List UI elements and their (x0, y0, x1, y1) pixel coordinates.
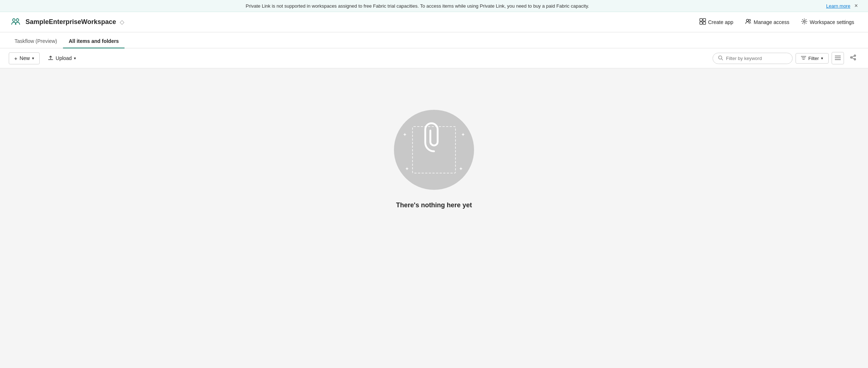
manage-access-button[interactable]: Manage access (740, 16, 794, 28)
filter-lines-icon (801, 56, 806, 61)
create-app-icon (699, 18, 706, 26)
banner-close-button[interactable]: × (853, 3, 859, 9)
premium-diamond-icon: ◇ (120, 19, 124, 25)
upload-button[interactable]: Upload ▾ (43, 52, 81, 64)
new-plus-icon: + (14, 55, 17, 61)
sparkle-icon-3: ✦ (405, 166, 409, 172)
sparkle-icon-4: ✦ (459, 166, 463, 172)
header: SampleEnterpriseWorkspace ◇ Create app (0, 12, 868, 32)
svg-point-18 (854, 59, 856, 60)
empty-illustration: ✦ ✦ ✦ ✦ (394, 110, 474, 190)
manage-access-icon (745, 18, 751, 26)
empty-inner-box (412, 126, 456, 173)
svg-line-19 (852, 56, 854, 57)
filter-label: Filter (808, 56, 819, 61)
tabs-bar: Taskflow (Preview) All items and folders (0, 32, 868, 48)
header-left: SampleEnterpriseWorkspace ◇ (9, 16, 124, 29)
list-view-button[interactable] (832, 52, 844, 64)
svg-point-6 (746, 19, 749, 21)
learn-more-link[interactable]: Learn more (826, 3, 850, 9)
banner-message: Private Link is not supported in workspa… (9, 3, 826, 9)
workspace-settings-button[interactable]: Workspace settings (796, 16, 859, 28)
sparkle-icon-2: ✦ (461, 132, 465, 137)
svg-point-8 (804, 20, 805, 22)
main-content: ✦ ✦ ✦ ✦ There's nothing here yet (0, 68, 868, 250)
workspace-settings-icon (801, 18, 808, 26)
new-chevron-icon: ▾ (32, 56, 34, 61)
svg-point-0 (13, 19, 15, 21)
upload-label: Upload (56, 55, 72, 61)
header-right: Create app Manage access Workspace set (694, 16, 859, 28)
search-box[interactable] (713, 53, 793, 64)
filter-button[interactable]: Filter ▾ (796, 53, 829, 64)
share-icon (850, 54, 856, 62)
paperclip-icon (423, 120, 445, 153)
svg-point-1 (16, 19, 19, 21)
search-icon (718, 55, 723, 61)
create-app-label: Create app (708, 19, 733, 25)
workspace-icon (9, 16, 22, 29)
svg-point-16 (854, 55, 856, 56)
svg-rect-5 (703, 22, 706, 24)
svg-rect-4 (700, 22, 702, 24)
workspace-logo-icon (9, 16, 21, 28)
workspace-title: SampleEnterpriseWorkspace (25, 18, 116, 26)
svg-point-7 (749, 19, 751, 21)
toolbar-right: Filter ▾ (713, 52, 859, 64)
toolbar: + New ▾ Upload ▾ (0, 48, 868, 68)
workspace-settings-label: Workspace settings (810, 19, 854, 25)
manage-access-label: Manage access (754, 19, 789, 25)
notification-banner: Private Link is not supported in workspa… (0, 0, 868, 12)
tab-taskflow[interactable]: Taskflow (Preview) (9, 35, 63, 48)
svg-rect-2 (700, 19, 702, 21)
create-app-button[interactable]: Create app (694, 16, 738, 28)
toolbar-left: + New ▾ Upload ▾ (9, 52, 81, 64)
list-lines-icon (835, 55, 841, 61)
upload-icon (48, 55, 54, 62)
upload-chevron-icon: ▾ (74, 56, 76, 61)
svg-point-17 (851, 57, 852, 58)
new-button[interactable]: + New ▾ (9, 52, 40, 64)
empty-state-title: There's nothing here yet (396, 201, 472, 209)
search-input[interactable] (726, 56, 787, 61)
svg-rect-3 (703, 19, 706, 21)
sparkle-icon-1: ✦ (403, 132, 407, 137)
filter-chevron-icon: ▾ (821, 56, 823, 61)
tab-all-items[interactable]: All items and folders (63, 35, 125, 48)
share-connections-button[interactable] (847, 52, 859, 64)
new-label: New (20, 55, 30, 61)
svg-line-20 (852, 58, 854, 59)
